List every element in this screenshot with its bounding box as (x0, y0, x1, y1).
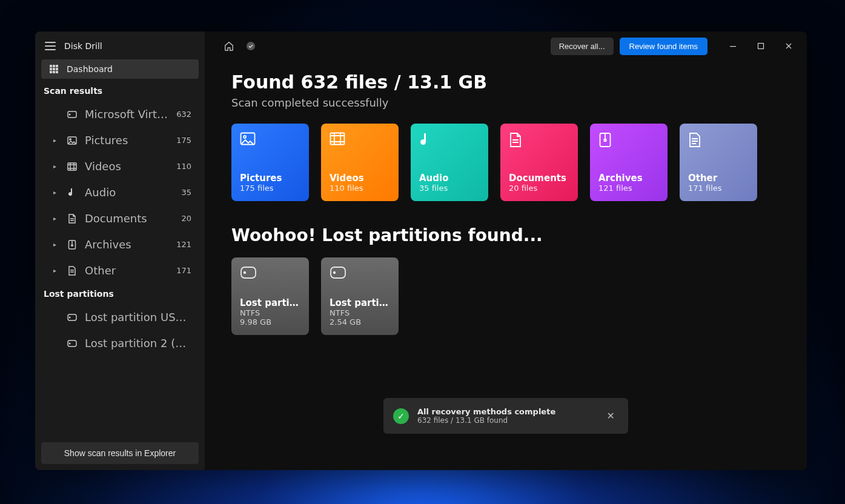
sidebar-item-other[interactable]: ▸Other171 (41, 259, 199, 282)
sidebar-item-audio[interactable]: ▸Audio35 (41, 181, 199, 204)
disk-icon (67, 314, 78, 321)
show-in-explorer-button[interactable]: Show scan results in Explorer (41, 442, 199, 464)
disk-icon (67, 340, 78, 347)
sidebar-item-count: 175 (176, 136, 191, 145)
home-icon[interactable] (220, 38, 237, 55)
success-check-icon: ✓ (393, 408, 409, 424)
sidebar-item-label: Documents (85, 212, 174, 225)
partition-cards: Lost partitio...NTFS9.98 GBLost partitio… (231, 257, 780, 335)
card-title: Audio (419, 173, 480, 184)
sidebar-item-count: 35 (181, 188, 191, 197)
partition-card[interactable]: Lost partitio...NTFS9.98 GB (231, 257, 309, 335)
menu-icon[interactable] (45, 42, 56, 50)
maximize-button[interactable] (747, 36, 774, 56)
card-title: Archives (598, 173, 659, 184)
sidebar-header: Disk Drill (41, 38, 199, 59)
sidebar-item-count: 20 (181, 214, 191, 223)
videos-icon (67, 162, 78, 171)
svg-point-18 (69, 343, 70, 344)
pictures-icon (67, 136, 78, 145)
sidebar-item-label: Other (85, 264, 169, 277)
close-button[interactable] (775, 36, 802, 56)
toast-subtitle: 632 files / 13.1 GB found (417, 416, 555, 425)
sidebar-footer: Show scan results in Explorer (41, 442, 199, 464)
svg-point-10 (69, 114, 70, 115)
card-other[interactable]: Other171 files (680, 124, 757, 201)
card-subtitle: 171 files (688, 184, 749, 193)
svg-point-16 (69, 317, 70, 318)
partition-card[interactable]: Lost partitio...NTFS2.54 GB (321, 257, 399, 335)
sidebar-item-videos[interactable]: ▸Videos110 (41, 155, 199, 177)
partition-filesystem: NTFS (240, 308, 300, 317)
card-videos[interactable]: Videos110 files (321, 124, 399, 201)
card-title: Pictures (240, 173, 300, 184)
review-found-items-button[interactable]: Review found items (620, 38, 707, 55)
documents-icon (67, 214, 78, 224)
chevron-right-icon: ▸ (53, 137, 59, 144)
disk-icon (330, 266, 390, 279)
svg-point-12 (70, 138, 71, 140)
partition-title: Lost partitio... (240, 297, 300, 308)
card-subtitle: 121 files (598, 184, 659, 193)
partition-filesystem: NTFS (330, 308, 390, 317)
svg-rect-13 (68, 163, 76, 170)
sidebar-section-lost-partitions: Lost partitions (41, 282, 199, 302)
card-documents[interactable]: Documents20 files (500, 124, 578, 201)
sidebar-item-label: Archives (85, 238, 169, 251)
card-title: Videos (330, 173, 390, 184)
toast-close-button[interactable]: ✕ (603, 406, 618, 425)
content: Found 632 files / 13.1 GB Scan completed… (205, 61, 807, 346)
card-subtitle: 35 files (419, 184, 480, 193)
card-subtitle: 20 files (509, 184, 569, 193)
svg-rect-3 (50, 68, 52, 70)
svg-rect-1 (53, 65, 55, 67)
partition-title: Lost partitio... (330, 297, 390, 308)
lost-partitions-heading: Woohoo! Lost partitions found... (231, 225, 780, 245)
card-audio[interactable]: Audio35 files (411, 124, 488, 201)
topbar: Recover all... Review found items (205, 31, 807, 61)
svg-rect-28 (331, 267, 345, 278)
chevron-right-icon: ▸ (53, 189, 59, 196)
sidebar-item-count: 171 (176, 266, 191, 275)
minimize-button[interactable] (720, 36, 746, 56)
card-pictures[interactable]: Pictures175 files (231, 124, 309, 201)
svg-point-27 (244, 272, 246, 274)
other-icon (688, 132, 749, 148)
sidebar-item-label: Lost partition 2 (NTFS) (85, 337, 191, 350)
svg-point-23 (244, 136, 246, 138)
chevron-right-icon: ▸ (53, 163, 59, 170)
sidebar-item-dashboard[interactable]: Dashboard (41, 59, 199, 79)
svg-rect-6 (50, 71, 52, 73)
sidebar-item-label: Microsoft Virtual Disk (85, 108, 169, 121)
sidebar-item-count: 121 (176, 240, 191, 249)
sidebar-item-lost-partition[interactable]: Lost partition USB (NTFS) (41, 306, 199, 328)
card-title: Other (688, 173, 749, 184)
app-title: Disk Drill (64, 41, 102, 51)
recover-all-button[interactable]: Recover all... (551, 38, 614, 55)
pictures-icon (240, 132, 300, 145)
archives-icon (67, 240, 78, 250)
audio-icon (419, 132, 480, 148)
sidebar-item-documents[interactable]: ▸Documents20 (41, 207, 199, 230)
chevron-right-icon: ▸ (53, 241, 59, 248)
card-subtitle: 175 files (240, 184, 300, 193)
documents-icon (509, 132, 569, 148)
sidebar-item-lost-partition[interactable]: Lost partition 2 (NTFS) (41, 332, 199, 354)
audio-icon (67, 188, 78, 197)
disk-icon (67, 111, 78, 118)
videos-icon (330, 132, 390, 145)
sidebar-item-pictures[interactable]: ▸Pictures175 (41, 129, 199, 151)
card-subtitle: 110 files (330, 184, 390, 193)
chevron-right-icon: ▸ (53, 267, 59, 274)
sidebar-item-disk[interactable]: Microsoft Virtual Disk 632 (41, 103, 199, 125)
page-subtitle: Scan completed successfully (231, 96, 780, 109)
card-archives[interactable]: Archives121 files (590, 124, 668, 201)
sidebar-item-label: Pictures (85, 134, 169, 147)
other-icon (67, 266, 78, 276)
partition-size: 2.54 GB (330, 317, 390, 327)
checkmark-badge-icon[interactable] (242, 38, 259, 55)
page-title: Found 632 files / 13.1 GB (231, 71, 780, 93)
sidebar-item-archives[interactable]: ▸Archives121 (41, 233, 199, 256)
svg-point-29 (334, 272, 336, 274)
sidebar-item-label: Audio (85, 186, 174, 199)
